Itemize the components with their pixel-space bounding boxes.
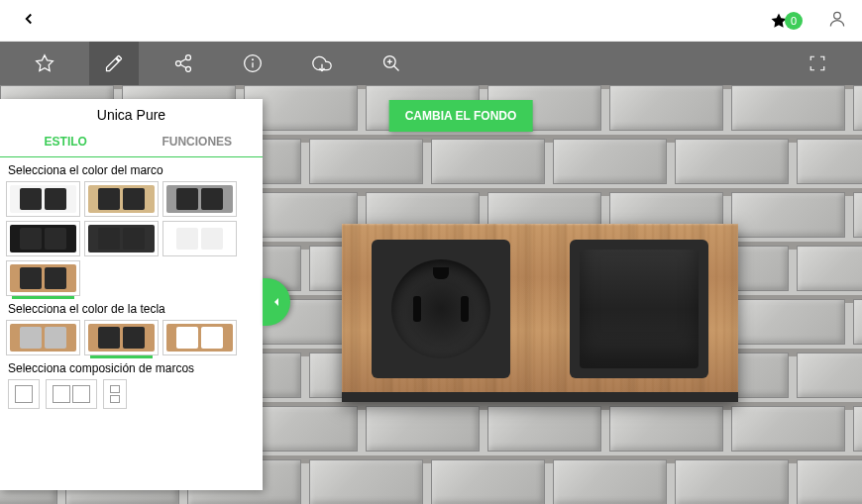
svg-point-1 [186, 55, 191, 60]
svg-point-2 [176, 61, 181, 66]
svg-point-0 [834, 12, 841, 19]
key-color-swatch-0[interactable] [6, 320, 80, 355]
star-icon[interactable] [20, 42, 69, 85]
frame-color-swatch-5[interactable] [162, 221, 237, 256]
frame-color-swatch-4[interactable] [84, 221, 159, 256]
svg-point-8 [253, 59, 254, 60]
info-icon[interactable] [228, 42, 277, 85]
back-button[interactable] [15, 5, 43, 37]
svg-line-10 [394, 66, 399, 71]
user-button[interactable] [827, 9, 847, 33]
preview-switch [570, 240, 708, 378]
composition-vertical[interactable] [103, 379, 127, 409]
edit-icon[interactable] [89, 42, 139, 85]
tab-functions[interactable]: FUNCIONES [132, 127, 264, 156]
tab-style[interactable]: ESTILO [0, 127, 132, 156]
frame-color-swatch-6[interactable] [6, 260, 80, 296]
composition-single[interactable] [8, 379, 40, 409]
zoom-icon[interactable] [367, 42, 416, 85]
frame-color-swatch-3[interactable] [6, 221, 80, 256]
product-title: Unica Pure [0, 99, 263, 127]
composition-label: Selecciona composición de marcos [0, 355, 263, 379]
favorites-button[interactable]: 0 [770, 12, 803, 30]
product-preview [342, 224, 738, 402]
workspace: CAMBIA EL FONDO Unica Pure ESTILO FUNCIO… [0, 85, 862, 504]
frame-color-swatch-2[interactable] [162, 181, 237, 217]
frame-color-label: Selecciona el color del marco [0, 157, 263, 181]
frame-color-swatch-0[interactable] [6, 181, 80, 217]
preview-socket [372, 240, 510, 378]
cloud-download-icon[interactable] [297, 42, 347, 85]
config-panel: Unica Pure ESTILO FUNCIONES Selecciona e… [0, 99, 263, 490]
composition-double[interactable] [46, 379, 97, 409]
share-icon[interactable] [159, 42, 208, 85]
fullscreen-icon[interactable] [793, 42, 842, 85]
key-color-label: Selecciona el color de la tecla [0, 296, 263, 320]
svg-line-4 [180, 58, 186, 61]
frame-color-swatch-1[interactable] [84, 181, 159, 217]
change-background-button[interactable]: CAMBIA EL FONDO [389, 100, 533, 132]
key-color-swatch-1[interactable] [84, 320, 159, 355]
key-color-swatch-2[interactable] [162, 320, 237, 355]
svg-point-3 [186, 66, 191, 71]
favorites-count: 0 [785, 12, 803, 30]
svg-line-5 [180, 64, 186, 67]
